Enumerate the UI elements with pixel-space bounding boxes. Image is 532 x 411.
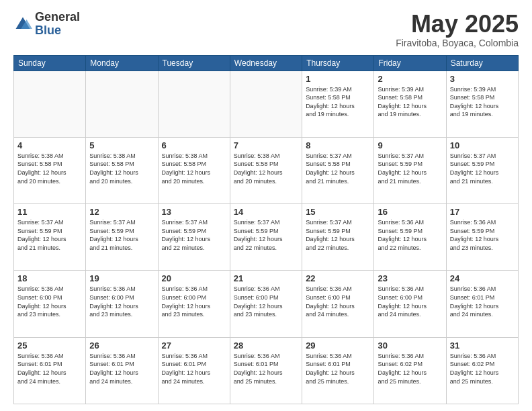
calendar-week-row: 1Sunrise: 5:39 AM Sunset: 5:58 PM Daylig… xyxy=(14,71,519,137)
day-number: 22 xyxy=(306,273,370,283)
table-row: 22Sunrise: 5:36 AM Sunset: 6:00 PM Dayli… xyxy=(302,271,374,337)
day-number: 21 xyxy=(234,273,298,283)
title-block: May 2025 Firavitoba, Boyaca, Colombia xyxy=(396,11,519,48)
col-thursday: Thursday xyxy=(302,55,374,71)
logo: General Blue xyxy=(13,11,80,38)
calendar-week-row: 11Sunrise: 5:37 AM Sunset: 5:59 PM Dayli… xyxy=(14,204,519,271)
table-row: 21Sunrise: 5:36 AM Sunset: 6:00 PM Dayli… xyxy=(230,271,302,337)
day-number: 1 xyxy=(306,74,370,84)
day-number: 26 xyxy=(89,340,154,351)
logo-blue: Blue xyxy=(35,24,80,38)
header: General Blue May 2025 Firavitoba, Boyaca… xyxy=(13,11,519,48)
day-number: 20 xyxy=(162,273,226,283)
day-number: 25 xyxy=(17,340,82,351)
location: Firavitoba, Boyaca, Colombia xyxy=(396,38,519,48)
day-info: Sunrise: 5:38 AM Sunset: 5:58 PM Dayligh… xyxy=(17,152,82,185)
table-row: 1Sunrise: 5:39 AM Sunset: 5:58 PM Daylig… xyxy=(302,71,374,137)
table-row: 6Sunrise: 5:38 AM Sunset: 5:58 PM Daylig… xyxy=(158,137,230,203)
day-info: Sunrise: 5:36 AM Sunset: 6:01 PM Dayligh… xyxy=(162,352,226,385)
day-info: Sunrise: 5:37 AM Sunset: 5:59 PM Dayligh… xyxy=(306,218,370,252)
table-row: 17Sunrise: 5:36 AM Sunset: 5:59 PM Dayli… xyxy=(446,204,518,271)
day-info: Sunrise: 5:37 AM Sunset: 5:59 PM Dayligh… xyxy=(378,152,442,185)
calendar-header-row: Sunday Monday Tuesday Wednesday Thursday… xyxy=(14,55,519,71)
day-info: Sunrise: 5:36 AM Sunset: 6:02 PM Dayligh… xyxy=(378,352,442,385)
day-info: Sunrise: 5:36 AM Sunset: 6:00 PM Dayligh… xyxy=(162,285,226,318)
col-sunday: Sunday xyxy=(14,55,86,71)
day-info: Sunrise: 5:38 AM Sunset: 5:58 PM Dayligh… xyxy=(162,152,226,185)
day-info: Sunrise: 5:38 AM Sunset: 5:58 PM Dayligh… xyxy=(234,152,298,185)
day-number: 4 xyxy=(17,140,82,150)
day-number: 15 xyxy=(306,207,370,217)
table-row: 9Sunrise: 5:37 AM Sunset: 5:59 PM Daylig… xyxy=(374,137,446,203)
day-info: Sunrise: 5:37 AM Sunset: 5:59 PM Dayligh… xyxy=(234,218,298,252)
table-row xyxy=(230,71,302,137)
col-wednesday: Wednesday xyxy=(230,55,302,71)
table-row: 18Sunrise: 5:36 AM Sunset: 6:00 PM Dayli… xyxy=(14,271,86,337)
logo-general: General xyxy=(35,11,80,24)
day-number: 2 xyxy=(378,74,442,84)
day-info: Sunrise: 5:37 AM Sunset: 5:59 PM Dayligh… xyxy=(89,218,154,252)
day-number: 7 xyxy=(234,140,298,150)
table-row: 26Sunrise: 5:36 AM Sunset: 6:01 PM Dayli… xyxy=(86,337,158,404)
table-row: 2Sunrise: 5:39 AM Sunset: 5:58 PM Daylig… xyxy=(374,71,446,137)
calendar-week-row: 4Sunrise: 5:38 AM Sunset: 5:58 PM Daylig… xyxy=(14,137,519,203)
logo-icon xyxy=(13,15,32,34)
day-number: 8 xyxy=(306,140,370,150)
day-number: 23 xyxy=(378,273,442,283)
day-number: 16 xyxy=(378,207,442,217)
table-row: 14Sunrise: 5:37 AM Sunset: 5:59 PM Dayli… xyxy=(230,204,302,271)
table-row: 27Sunrise: 5:36 AM Sunset: 6:01 PM Dayli… xyxy=(158,337,230,404)
day-info: Sunrise: 5:36 AM Sunset: 5:59 PM Dayligh… xyxy=(450,218,515,252)
table-row: 20Sunrise: 5:36 AM Sunset: 6:00 PM Dayli… xyxy=(158,271,230,337)
col-saturday: Saturday xyxy=(446,55,518,71)
table-row xyxy=(158,71,230,137)
day-info: Sunrise: 5:36 AM Sunset: 6:01 PM Dayligh… xyxy=(450,285,515,318)
table-row: 25Sunrise: 5:36 AM Sunset: 6:01 PM Dayli… xyxy=(14,337,86,404)
logo-text: General Blue xyxy=(35,11,80,38)
calendar-week-row: 25Sunrise: 5:36 AM Sunset: 6:01 PM Dayli… xyxy=(14,337,519,404)
day-info: Sunrise: 5:36 AM Sunset: 6:01 PM Dayligh… xyxy=(89,352,154,385)
day-number: 5 xyxy=(89,140,154,150)
table-row xyxy=(14,71,86,137)
table-row: 13Sunrise: 5:37 AM Sunset: 5:59 PM Dayli… xyxy=(158,204,230,271)
day-info: Sunrise: 5:39 AM Sunset: 5:58 PM Dayligh… xyxy=(450,85,515,119)
day-number: 14 xyxy=(234,207,298,217)
day-info: Sunrise: 5:36 AM Sunset: 6:00 PM Dayligh… xyxy=(306,285,370,318)
day-info: Sunrise: 5:36 AM Sunset: 6:00 PM Dayligh… xyxy=(17,285,82,318)
day-info: Sunrise: 5:36 AM Sunset: 6:02 PM Dayligh… xyxy=(450,352,515,385)
table-row: 11Sunrise: 5:37 AM Sunset: 5:59 PM Dayli… xyxy=(14,204,86,271)
day-number: 31 xyxy=(450,340,515,351)
table-row: 4Sunrise: 5:38 AM Sunset: 5:58 PM Daylig… xyxy=(14,137,86,203)
day-info: Sunrise: 5:37 AM Sunset: 5:59 PM Dayligh… xyxy=(450,152,515,185)
table-row: 31Sunrise: 5:36 AM Sunset: 6:02 PM Dayli… xyxy=(446,337,518,404)
day-info: Sunrise: 5:36 AM Sunset: 6:00 PM Dayligh… xyxy=(89,285,154,318)
table-row: 23Sunrise: 5:36 AM Sunset: 6:00 PM Dayli… xyxy=(374,271,446,337)
day-number: 17 xyxy=(450,207,515,217)
day-info: Sunrise: 5:36 AM Sunset: 6:01 PM Dayligh… xyxy=(306,352,370,385)
day-info: Sunrise: 5:37 AM Sunset: 5:59 PM Dayligh… xyxy=(17,218,82,252)
day-number: 9 xyxy=(378,140,442,150)
table-row: 8Sunrise: 5:37 AM Sunset: 5:58 PM Daylig… xyxy=(302,137,374,203)
table-row: 15Sunrise: 5:37 AM Sunset: 5:59 PM Dayli… xyxy=(302,204,374,271)
table-row: 30Sunrise: 5:36 AM Sunset: 6:02 PM Dayli… xyxy=(374,337,446,404)
day-number: 29 xyxy=(306,340,370,351)
table-row: 16Sunrise: 5:36 AM Sunset: 5:59 PM Dayli… xyxy=(374,204,446,271)
day-number: 6 xyxy=(162,140,226,150)
col-friday: Friday xyxy=(374,55,446,71)
day-info: Sunrise: 5:37 AM Sunset: 5:58 PM Dayligh… xyxy=(306,152,370,185)
day-info: Sunrise: 5:39 AM Sunset: 5:58 PM Dayligh… xyxy=(378,85,442,119)
day-info: Sunrise: 5:39 AM Sunset: 5:58 PM Dayligh… xyxy=(306,85,370,119)
table-row: 24Sunrise: 5:36 AM Sunset: 6:01 PM Dayli… xyxy=(446,271,518,337)
day-info: Sunrise: 5:36 AM Sunset: 6:00 PM Dayligh… xyxy=(234,285,298,318)
table-row: 7Sunrise: 5:38 AM Sunset: 5:58 PM Daylig… xyxy=(230,137,302,203)
day-number: 10 xyxy=(450,140,515,150)
day-info: Sunrise: 5:36 AM Sunset: 5:59 PM Dayligh… xyxy=(378,218,442,252)
col-tuesday: Tuesday xyxy=(158,55,230,71)
table-row: 19Sunrise: 5:36 AM Sunset: 6:00 PM Dayli… xyxy=(86,271,158,337)
day-info: Sunrise: 5:36 AM Sunset: 6:01 PM Dayligh… xyxy=(234,352,298,385)
table-row xyxy=(86,71,158,137)
table-row: 12Sunrise: 5:37 AM Sunset: 5:59 PM Dayli… xyxy=(86,204,158,271)
day-number: 18 xyxy=(17,273,82,283)
month-title: May 2025 xyxy=(396,11,519,38)
day-number: 12 xyxy=(89,207,154,217)
